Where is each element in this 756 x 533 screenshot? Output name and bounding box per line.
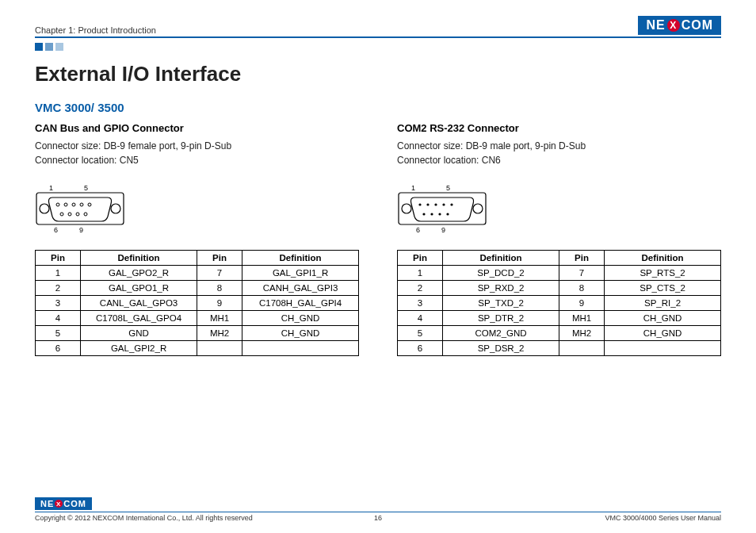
- table-cell: 1: [398, 266, 443, 281]
- table-cell: CH_GND: [605, 326, 721, 341]
- page-footer: NE X COM Copyright © 2012 NEXCOM Interna…: [35, 496, 721, 522]
- table-cell: C1708H_GAL_GPI4: [242, 296, 359, 311]
- table-cell: 8: [559, 281, 604, 296]
- table-cell: 9: [197, 296, 242, 311]
- table-cell: COM2_GND: [443, 326, 559, 341]
- svg-point-20: [422, 213, 425, 215]
- table-cell: SP_DCD_2: [443, 266, 559, 281]
- table-row: 6SP_DSR_2: [398, 341, 721, 356]
- table-row: 1GAL_GPO2_R7GAL_GPI1_R: [36, 266, 359, 281]
- table-row: 3SP_TXD_29SP_RI_2: [398, 296, 721, 311]
- th-def: Definition: [81, 251, 197, 266]
- left-desc-2: Connector location: CN5: [35, 153, 359, 167]
- footer-x-icon: X: [55, 500, 63, 508]
- logo-x-icon: X: [667, 19, 680, 32]
- svg-point-16: [426, 203, 429, 205]
- table-cell: GAL_GPO1_R: [81, 281, 197, 296]
- pin-label-1: 1: [49, 184, 53, 192]
- table-cell: SP_DSR_2: [443, 341, 559, 356]
- svg-point-21: [430, 213, 433, 215]
- table-cell: CH_GND: [242, 311, 359, 326]
- table-cell: [242, 341, 359, 356]
- chapter-title: Chapter 1: Product Introduction: [35, 25, 156, 35]
- pin-label-5: 5: [446, 184, 450, 192]
- pin-label-6: 6: [54, 226, 58, 234]
- svg-point-19: [450, 203, 452, 205]
- table-cell: 6: [398, 341, 443, 356]
- table-cell: SP_TXD_2: [443, 296, 559, 311]
- table-cell: 1: [36, 266, 81, 281]
- table-cell: SP_RI_2: [605, 296, 721, 311]
- table-cell: 8: [197, 281, 242, 296]
- table-cell: 4: [398, 311, 443, 326]
- table-cell: 6: [36, 341, 81, 356]
- table-header-row: Pin Definition Pin Definition: [36, 251, 359, 266]
- page-header: Chapter 1: Product Introduction NE X COM: [35, 16, 721, 38]
- table-cell: CANL_GAL_GPO3: [81, 296, 197, 311]
- table-cell: [197, 341, 242, 356]
- table-row: 6GAL_GPI2_R: [36, 341, 359, 356]
- pin-label-9: 9: [79, 226, 83, 234]
- svg-point-22: [438, 213, 441, 215]
- left-desc-1: Connector size: DB-9 female port, 9-pin …: [35, 139, 359, 153]
- table-cell: GAL_GPO2_R: [81, 266, 197, 281]
- th-def2: Definition: [242, 251, 359, 266]
- table-row: 2GAL_GPO1_R8CANH_GAL_GPI3: [36, 281, 359, 296]
- table-cell: 5: [36, 326, 81, 341]
- table-cell: GAL_GPI2_R: [81, 341, 197, 356]
- table-cell: MH2: [197, 326, 242, 341]
- pin-label-1: 1: [411, 184, 415, 192]
- svg-point-14: [473, 204, 483, 213]
- table-cell: 5: [398, 326, 443, 341]
- table-cell: [605, 341, 721, 356]
- th-pin: Pin: [398, 251, 443, 266]
- svg-point-6: [80, 203, 83, 206]
- right-desc-1: Connector size: DB-9 male port, 9-pin D-…: [397, 139, 721, 153]
- section-subtitle: VMC 3000/ 3500: [35, 101, 721, 114]
- left-heading: CAN Bus and GPIO Connector: [35, 122, 359, 134]
- table-cell: 7: [197, 266, 242, 281]
- table-cell: GAL_GPI1_R: [242, 266, 359, 281]
- table-cell: 3: [398, 296, 443, 311]
- table-row: 5GNDMH2CH_GND: [36, 326, 359, 341]
- db9-male-diagram: 1 5 6 9: [397, 183, 488, 234]
- svg-point-11: [84, 213, 87, 216]
- table-cell: 2: [398, 281, 443, 296]
- table-row: 5COM2_GNDMH2CH_GND: [398, 326, 721, 341]
- table-header-row: Pin Definition Pin Definition: [398, 251, 721, 266]
- logo-part-a: NE: [646, 18, 665, 33]
- page-number: 16: [374, 514, 382, 522]
- right-column: COM2 RS-232 Connector Connector size: DB…: [397, 122, 721, 356]
- svg-point-5: [72, 203, 75, 206]
- svg-point-13: [402, 204, 411, 213]
- nexcom-logo: NE X COM: [638, 16, 721, 35]
- right-pin-table: Pin Definition Pin Definition 1SP_DCD_27…: [397, 250, 721, 356]
- table-row: 4SP_DTR_2MH1CH_GND: [398, 311, 721, 326]
- table-cell: CH_GND: [242, 326, 359, 341]
- svg-point-8: [60, 213, 63, 216]
- db9-female-diagram: 1 5 6 9: [35, 183, 126, 234]
- table-cell: 4: [36, 311, 81, 326]
- table-cell: 9: [559, 296, 604, 311]
- footer-logo: NE X COM: [35, 497, 92, 510]
- left-column: CAN Bus and GPIO Connector Connector siz…: [35, 122, 359, 356]
- copyright-text: Copyright © 2012 NEXCOM International Co…: [35, 514, 253, 522]
- table-cell: 7: [559, 266, 604, 281]
- th-def: Definition: [443, 251, 559, 266]
- svg-point-7: [88, 203, 91, 206]
- table-cell: MH2: [559, 326, 604, 341]
- svg-point-9: [68, 213, 71, 216]
- svg-point-17: [434, 203, 437, 205]
- table-cell: C1708L_GAL_GPO4: [81, 311, 197, 326]
- svg-point-15: [418, 203, 421, 205]
- table-cell: 3: [36, 296, 81, 311]
- svg-point-3: [56, 203, 59, 206]
- pin-label-9: 9: [441, 226, 445, 234]
- th-pin2: Pin: [197, 251, 242, 266]
- table-cell: SP_CTS_2: [605, 281, 721, 296]
- table-cell: CANH_GAL_GPI3: [242, 281, 359, 296]
- table-cell: [559, 341, 604, 356]
- left-pin-table: Pin Definition Pin Definition 1GAL_GPO2_…: [35, 250, 359, 356]
- left-table-body: 1GAL_GPO2_R7GAL_GPI1_R2GAL_GPO1_R8CANH_G…: [36, 266, 359, 356]
- svg-point-18: [442, 203, 445, 205]
